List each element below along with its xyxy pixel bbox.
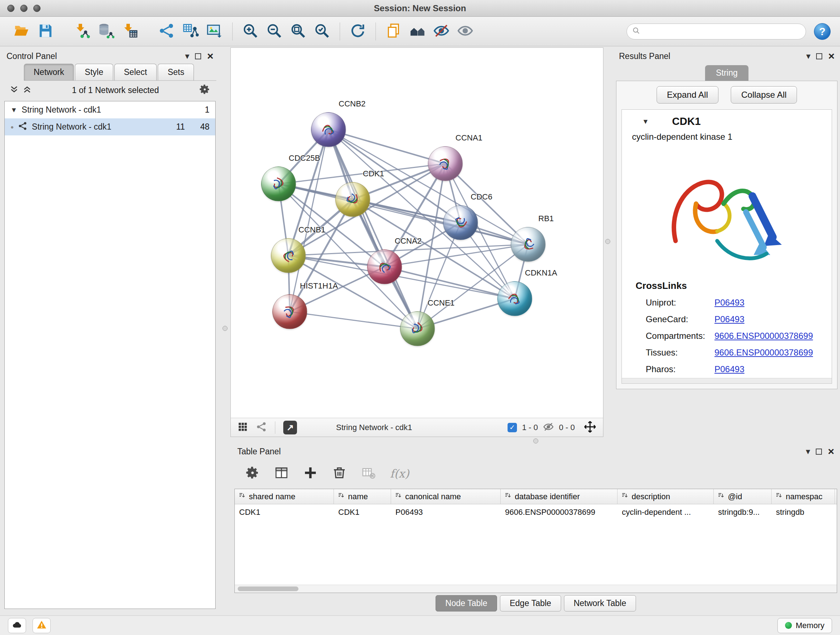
show-columns-icon[interactable] xyxy=(274,466,289,481)
edge-CCNB2-CCNE1[interactable] xyxy=(328,130,417,329)
network-node-hist1h1a[interactable] xyxy=(272,295,307,329)
crosslink-link-tissues[interactable]: 9606.ENSP00000378699 xyxy=(714,348,813,358)
table-panel-close-icon[interactable]: × xyxy=(828,446,834,457)
add-column-plus-icon[interactable] xyxy=(303,466,317,481)
zoom-fit-button[interactable] xyxy=(286,20,310,43)
left-splitter-handle[interactable] xyxy=(223,326,227,331)
save-session-button[interactable] xyxy=(33,20,57,43)
network-node-ccna2[interactable] xyxy=(367,249,402,284)
edge-HIST1H1A-CCNE1[interactable] xyxy=(290,312,417,329)
crosslink-link-compartments[interactable]: 9606.ENSP00000378699 xyxy=(714,331,813,341)
import-table-button[interactable] xyxy=(118,20,142,43)
table-cell-name[interactable]: CDK1 xyxy=(334,508,391,517)
table-cell-description[interactable]: cyclin-dependent ... xyxy=(617,508,714,517)
results-panel-close-icon[interactable]: × xyxy=(828,51,835,62)
expand-all-button[interactable]: Expand All xyxy=(657,86,718,103)
move-crosshair-icon[interactable] xyxy=(584,420,597,435)
zoom-selected-button[interactable] xyxy=(310,20,334,43)
disclosure-triangle-icon[interactable]: ▼ xyxy=(11,106,17,114)
table-cell-id[interactable]: stringdb:9... xyxy=(714,508,772,517)
edge-CDK1-RB1[interactable] xyxy=(353,200,528,244)
memory-button[interactable]: Memory xyxy=(777,618,832,633)
table-cell-shared-name[interactable]: CDK1 xyxy=(235,508,334,517)
zoom-in-button[interactable] xyxy=(238,20,262,43)
window-minimize-button[interactable] xyxy=(20,5,27,12)
table-panel-menu-icon[interactable]: ▾ xyxy=(806,447,810,456)
panel-menu-icon[interactable]: ▾ xyxy=(185,52,189,60)
network-node-cdk1[interactable] xyxy=(335,182,370,217)
function-builder-icon[interactable]: f(x) xyxy=(390,467,409,480)
cloud-button[interactable] xyxy=(8,618,26,633)
network-options-gear-icon[interactable] xyxy=(199,84,210,97)
hidden-eye-slash-icon[interactable] xyxy=(543,421,554,434)
tab-sets[interactable]: Sets xyxy=(158,64,194,80)
results-panel-float-icon[interactable] xyxy=(816,53,822,59)
import-network-file-button[interactable] xyxy=(70,20,94,43)
crosslink-link-pharos[interactable]: P06493 xyxy=(714,364,745,374)
table-cell-database-identifier[interactable]: 9606.ENSP00000378699 xyxy=(501,508,617,517)
refresh-button[interactable] xyxy=(346,20,370,43)
scrollbar-thumb[interactable] xyxy=(238,586,298,591)
search-input[interactable] xyxy=(644,27,801,36)
network-node-ccnb2[interactable] xyxy=(311,112,346,147)
network-node-ccne1[interactable] xyxy=(400,311,435,346)
tab-style[interactable]: Style xyxy=(75,64,113,80)
network-node-cdc6[interactable] xyxy=(443,205,478,240)
network-node-ccnb1[interactable] xyxy=(271,238,306,273)
network-row[interactable]: ● String Network - cdk1 11 48 xyxy=(5,119,215,135)
show-all-button[interactable] xyxy=(453,20,477,43)
crosslink-link-genecard[interactable]: P06493 xyxy=(714,314,745,325)
hide-selected-button[interactable] xyxy=(429,20,453,43)
network-node-ccna1[interactable] xyxy=(428,146,463,181)
table-panel-float-icon[interactable] xyxy=(816,448,822,455)
collapse-all-networks-icon[interactable] xyxy=(9,85,19,96)
help-button[interactable]: ? xyxy=(814,23,831,40)
results-panel-menu-icon[interactable]: ▾ xyxy=(806,52,810,60)
crosslink-link-uniprot[interactable]: P06493 xyxy=(714,298,745,308)
collapse-all-button[interactable]: Collapse All xyxy=(731,86,797,103)
tab-select[interactable]: Select xyxy=(114,64,157,80)
bottom-splitter-handle[interactable] xyxy=(533,439,538,443)
search-field[interactable] xyxy=(627,24,806,40)
tab-string[interactable]: String xyxy=(705,65,748,81)
column-header-namespac[interactable]: namespac xyxy=(772,489,835,504)
network-collection-row[interactable]: ▼ String Network - cdk1 1 xyxy=(5,101,215,119)
window-close-button[interactable] xyxy=(7,5,14,12)
network-node-cdc25b[interactable] xyxy=(261,166,296,201)
network-canvas[interactable]: CCNB2CCNA1CDC25BCDK1CDC6RB1CCNB1CCNA2CDK… xyxy=(231,48,603,418)
panel-float-icon[interactable] xyxy=(195,53,201,59)
network-node-rb1[interactable] xyxy=(511,227,546,262)
panel-close-icon[interactable]: × xyxy=(207,51,213,62)
network-overview-button[interactable] xyxy=(406,20,429,43)
grid-view-icon[interactable] xyxy=(237,421,248,434)
entry-disclosure-triangle-icon[interactable]: ▼ xyxy=(642,118,649,126)
zoom-out-button[interactable] xyxy=(262,20,286,43)
tab-network[interactable]: Network xyxy=(24,64,74,80)
column-header-name[interactable]: name xyxy=(334,489,391,504)
open-session-button[interactable] xyxy=(9,20,33,43)
edge-CCNB2-CCNA1[interactable] xyxy=(328,130,445,164)
entry-scrollbar[interactable] xyxy=(622,378,832,383)
table-cell-namespac[interactable]: stringdb xyxy=(772,508,835,517)
selected-checkbox-icon[interactable]: ✓ xyxy=(508,423,517,432)
network-node-cdkn1a[interactable] xyxy=(497,281,532,316)
export-image-button[interactable] xyxy=(202,20,226,43)
delete-column-trash-icon[interactable] xyxy=(332,466,347,481)
duplicate-documents-button[interactable] xyxy=(382,20,406,43)
import-network-database-button[interactable] xyxy=(94,20,118,43)
network-share-small-icon[interactable] xyxy=(256,421,267,434)
new-network-button[interactable] xyxy=(155,20,179,43)
table-horizontal-scrollbar[interactable] xyxy=(235,585,837,593)
column-header-database-identifier[interactable]: database identifier xyxy=(501,489,617,504)
tab-node-table[interactable]: Node Table xyxy=(436,595,497,611)
column-header-id[interactable]: @id xyxy=(714,489,772,504)
column-header-shared-name[interactable]: shared name xyxy=(235,489,334,504)
column-header-description[interactable]: description xyxy=(617,489,714,504)
open-in-browser-button[interactable]: ↗ xyxy=(283,421,297,434)
table-row[interactable]: CDK1CDK1P064939606.ENSP00000378699cyclin… xyxy=(235,504,837,520)
table-cell-canonical-name[interactable]: P06493 xyxy=(391,508,501,517)
tab-network-table[interactable]: Network Table xyxy=(564,595,636,611)
column-header-canonical-name[interactable]: canonical name xyxy=(391,489,501,504)
window-zoom-button[interactable] xyxy=(33,5,41,12)
warnings-button[interactable] xyxy=(33,618,51,633)
